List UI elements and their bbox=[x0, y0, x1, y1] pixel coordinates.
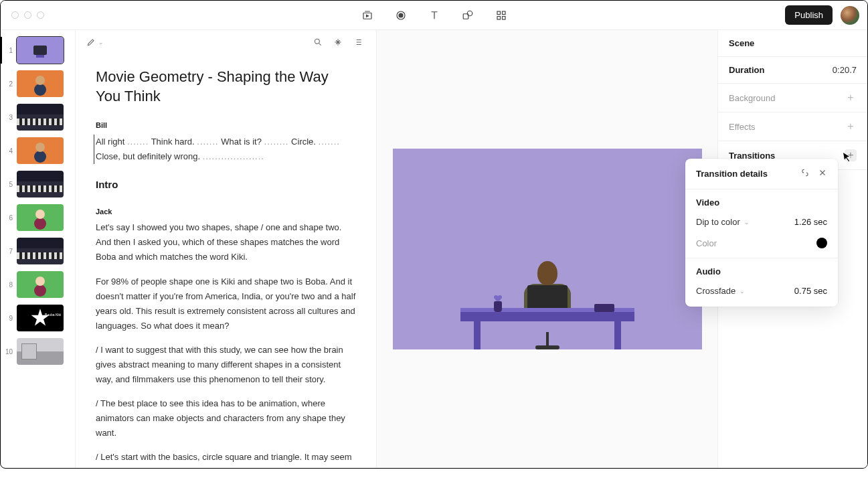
video-transition-row[interactable]: Dip to color ⌄ 1.26 sec bbox=[685, 213, 838, 234]
transcript-paragraph[interactable]: / I want to suggest that with this study… bbox=[96, 343, 356, 387]
duration-row: Duration 0:20.7 bbox=[718, 57, 867, 84]
thumbnail-8[interactable]: 8 bbox=[5, 271, 71, 298]
duration-label: Duration bbox=[729, 65, 764, 75]
audio-section-label: Audio bbox=[685, 258, 838, 282]
transcript-paragraph[interactable]: / Let's start with the basics, circle sq… bbox=[96, 450, 356, 465]
thumbnail-10[interactable]: 10 bbox=[5, 338, 71, 365]
topbar: Publish bbox=[1, 1, 867, 30]
svg-rect-6 bbox=[502, 11, 505, 15]
speaker-label: Bill bbox=[96, 119, 356, 132]
thumbnail-4[interactable]: 4 bbox=[5, 137, 71, 164]
grid-icon[interactable] bbox=[495, 9, 507, 21]
list-icon[interactable] bbox=[353, 37, 363, 47]
close-window[interactable] bbox=[11, 11, 19, 19]
thumbnail-5[interactable]: 5 bbox=[5, 171, 71, 197]
chevron-down-icon: ⌄ bbox=[740, 288, 745, 295]
script-body[interactable]: Movie Geometry - Shaping the Way You Thi… bbox=[76, 54, 376, 468]
audio-transition-row[interactable]: Crossfade ⌄ 0.75 sec bbox=[685, 282, 838, 307]
unlink-icon[interactable] bbox=[800, 168, 810, 179]
scene-label: Scene bbox=[729, 38, 857, 48]
publish-button[interactable]: Publish bbox=[785, 5, 833, 25]
slides-icon[interactable] bbox=[361, 9, 373, 21]
transcript-line[interactable]: All right ....... Think hard. ....... Wh… bbox=[94, 135, 356, 164]
svg-point-4 bbox=[467, 11, 472, 16]
window-controls bbox=[9, 11, 44, 19]
minimize-window[interactable] bbox=[24, 11, 31, 19]
transcript-paragraph[interactable]: / The best place to see this idea has to… bbox=[96, 396, 356, 441]
color-label: Color bbox=[696, 238, 717, 248]
thumbnail-9[interactable]: 9 Bouba Kiki bbox=[5, 305, 71, 331]
canvas-frame[interactable] bbox=[393, 149, 702, 349]
thumbnail-rail[interactable]: 1 2 3 4 5 6 7 bbox=[1, 30, 76, 468]
svg-point-9 bbox=[315, 39, 319, 44]
avatar[interactable] bbox=[841, 6, 859, 25]
right-controls: Publish bbox=[785, 5, 859, 25]
video-section-label: Video bbox=[685, 189, 838, 213]
thumbnail-3[interactable]: 3 bbox=[5, 104, 71, 131]
text-icon[interactable] bbox=[428, 9, 440, 21]
audio-duration-value[interactable]: 0.75 sec bbox=[794, 286, 827, 296]
popover-title: Transition details bbox=[696, 169, 768, 179]
thumbnail-7[interactable]: 7 bbox=[5, 238, 71, 264]
effects-row[interactable]: Effects + bbox=[718, 112, 867, 141]
canvas-panel[interactable] bbox=[377, 30, 717, 468]
add-effects-icon[interactable]: + bbox=[845, 121, 857, 133]
record-icon[interactable] bbox=[395, 9, 407, 21]
svg-point-2 bbox=[399, 13, 403, 17]
transcript-paragraph[interactable]: For 98% of people shape one is Kiki and … bbox=[96, 274, 356, 333]
close-icon[interactable] bbox=[818, 168, 827, 179]
svg-rect-7 bbox=[497, 16, 501, 19]
thumbnail-1[interactable]: 1 bbox=[5, 37, 71, 64]
chevron-down-icon: ⌄ bbox=[744, 219, 750, 226]
color-swatch[interactable] bbox=[816, 238, 827, 248]
svg-rect-8 bbox=[502, 16, 505, 19]
maximize-window[interactable] bbox=[37, 11, 44, 19]
center-toolbar bbox=[361, 9, 507, 21]
duration-value: 0:20.7 bbox=[833, 65, 857, 75]
thumbnail-6[interactable]: 6 bbox=[5, 204, 71, 231]
sparkle-icon[interactable] bbox=[333, 37, 343, 47]
background-row[interactable]: Background + bbox=[718, 84, 867, 112]
svg-rect-5 bbox=[497, 11, 501, 15]
search-icon[interactable] bbox=[313, 37, 323, 47]
script-panel: ⌄ Movie Geometry - Shaping t bbox=[76, 30, 377, 468]
background-label: Background bbox=[729, 93, 775, 103]
video-duration-value[interactable]: 1.26 sec bbox=[794, 217, 827, 227]
speaker-label: Jack bbox=[96, 206, 356, 218]
thumbnail-2[interactable]: 2 bbox=[5, 70, 71, 97]
section-heading[interactable]: Intro bbox=[96, 176, 356, 193]
transcript-paragraph[interactable]: Let's say I showed you two shapes, shape… bbox=[96, 220, 356, 264]
pen-tool-dropdown[interactable]: ⌄ bbox=[86, 37, 104, 47]
scene-header: Scene bbox=[718, 30, 867, 57]
transition-details-popover: Transition details Video Dip to color ⌄ … bbox=[685, 159, 838, 307]
effects-label: Effects bbox=[729, 122, 756, 132]
shapes-icon[interactable] bbox=[462, 9, 474, 21]
document-title[interactable]: Movie Geometry - Shaping the Way You Thi… bbox=[96, 68, 356, 106]
add-background-icon[interactable]: + bbox=[845, 92, 857, 104]
color-row[interactable]: Color bbox=[685, 234, 838, 258]
script-toolbar: ⌄ bbox=[76, 30, 376, 54]
